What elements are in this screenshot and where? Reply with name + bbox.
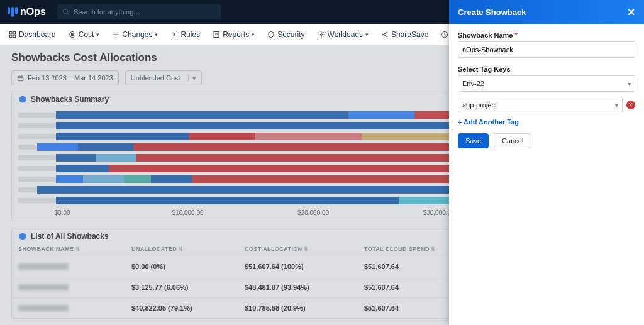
svg-rect-4 bbox=[10, 35, 13, 38]
add-tag-link[interactable]: + Add Another Tag bbox=[458, 118, 519, 126]
svg-point-0 bbox=[63, 9, 67, 14]
chevron-down-icon: ▾ bbox=[155, 31, 158, 38]
chevron-down-icon: ▾ bbox=[628, 80, 631, 87]
svg-line-22 bbox=[445, 35, 446, 35]
svg-line-19 bbox=[384, 35, 386, 36]
remove-tag-button[interactable]: ✕ bbox=[626, 101, 635, 109]
nav-reports[interactable]: Reports▾ bbox=[213, 30, 255, 39]
cost-type-select[interactable]: Unblended Cost ▾ bbox=[125, 70, 202, 85]
chart-row-label bbox=[18, 198, 56, 203]
chevron-down-icon: ▾ bbox=[365, 31, 369, 38]
chart-row-label bbox=[18, 177, 56, 182]
chevron-down-icon: ▾ bbox=[96, 31, 99, 38]
panel-header: Create Showback ✕ bbox=[449, 0, 644, 24]
search-icon bbox=[62, 8, 70, 16]
brand-text: nOps bbox=[20, 6, 46, 18]
chart-row-label bbox=[18, 113, 56, 118]
date-range-picker[interactable]: Feb 13 2023 – Mar 14 2023 bbox=[11, 70, 119, 85]
showback-name-input[interactable] bbox=[458, 41, 635, 58]
panel-title: Create Showback bbox=[458, 8, 526, 17]
svg-point-17 bbox=[386, 36, 387, 37]
changes-icon bbox=[112, 31, 119, 38]
chart-row-label bbox=[18, 187, 37, 192]
th-cost-allocation[interactable]: Cost Allocation bbox=[245, 246, 364, 252]
chevron-down-icon: ▾ bbox=[615, 102, 618, 109]
svg-line-1 bbox=[67, 13, 69, 15]
svg-point-16 bbox=[386, 32, 387, 33]
logo-mark-icon bbox=[8, 7, 18, 17]
list-icon bbox=[18, 232, 27, 241]
rules-icon bbox=[170, 31, 178, 38]
chart-row-label bbox=[18, 123, 56, 128]
nav-sharesave[interactable]: ShareSave bbox=[381, 30, 428, 39]
list-title: List of All Showbacks bbox=[31, 232, 109, 241]
nav-security[interactable]: Security bbox=[267, 30, 304, 39]
svg-marker-28 bbox=[19, 233, 26, 240]
chevron-down-icon: ▾ bbox=[188, 74, 196, 82]
calendar-icon bbox=[17, 75, 24, 82]
summary-title: Showbacks Summary bbox=[31, 95, 109, 104]
nav-dashboard[interactable]: Dashboard bbox=[9, 30, 56, 39]
chart-row-label bbox=[18, 145, 37, 150]
tag-select-2[interactable]: app-project ▾ bbox=[458, 97, 623, 113]
svg-point-15 bbox=[382, 34, 384, 35]
dashboard-icon bbox=[9, 31, 16, 38]
cost-icon: $ bbox=[69, 31, 76, 38]
svg-rect-5 bbox=[13, 35, 16, 38]
chart-row-label bbox=[18, 166, 56, 171]
svg-line-18 bbox=[384, 33, 386, 34]
scheduler-icon bbox=[441, 31, 448, 38]
nav-workloads[interactable]: Workloads▾ bbox=[318, 30, 369, 39]
svg-marker-27 bbox=[19, 96, 26, 103]
global-search-input[interactable]: Search for anything… bbox=[57, 4, 221, 19]
chart-row-label bbox=[18, 155, 56, 160]
nav-rules[interactable]: Rules bbox=[170, 30, 200, 39]
row-name-hidden bbox=[18, 263, 69, 270]
logo[interactable]: nOps bbox=[8, 6, 46, 18]
name-label: Showback Name * bbox=[458, 31, 635, 39]
svg-rect-3 bbox=[13, 31, 16, 34]
reports-icon bbox=[213, 31, 220, 38]
svg-point-14 bbox=[320, 33, 322, 35]
cancel-button[interactable]: Cancel bbox=[494, 133, 531, 148]
sharesave-icon bbox=[381, 31, 389, 38]
row-name-hidden bbox=[18, 305, 69, 311]
svg-text:$: $ bbox=[71, 33, 74, 36]
close-icon[interactable]: ✕ bbox=[627, 6, 635, 18]
tag-select-1[interactable]: Env-22 ▾ bbox=[458, 75, 635, 92]
search-placeholder: Search for anything… bbox=[74, 8, 140, 16]
create-showback-panel: Create Showback ✕ Showback Name * Select… bbox=[449, 0, 644, 325]
nav-changes[interactable]: Changes▾ bbox=[112, 30, 158, 39]
nav-cost[interactable]: $ Cost▾ bbox=[69, 30, 100, 39]
svg-rect-23 bbox=[18, 76, 23, 80]
security-icon bbox=[267, 31, 275, 38]
summary-icon bbox=[18, 95, 27, 104]
workloads-icon bbox=[318, 31, 325, 38]
svg-rect-2 bbox=[10, 31, 13, 34]
chart-row-label bbox=[18, 134, 56, 139]
th-name[interactable]: Showback Name bbox=[18, 246, 131, 252]
th-unallocated[interactable]: Unallocated bbox=[131, 246, 245, 252]
row-name-hidden bbox=[18, 284, 69, 290]
tagkeys-label: Select Tag Keys bbox=[458, 65, 635, 73]
chevron-down-icon: ▾ bbox=[252, 31, 255, 38]
save-button[interactable]: Save bbox=[458, 133, 489, 148]
